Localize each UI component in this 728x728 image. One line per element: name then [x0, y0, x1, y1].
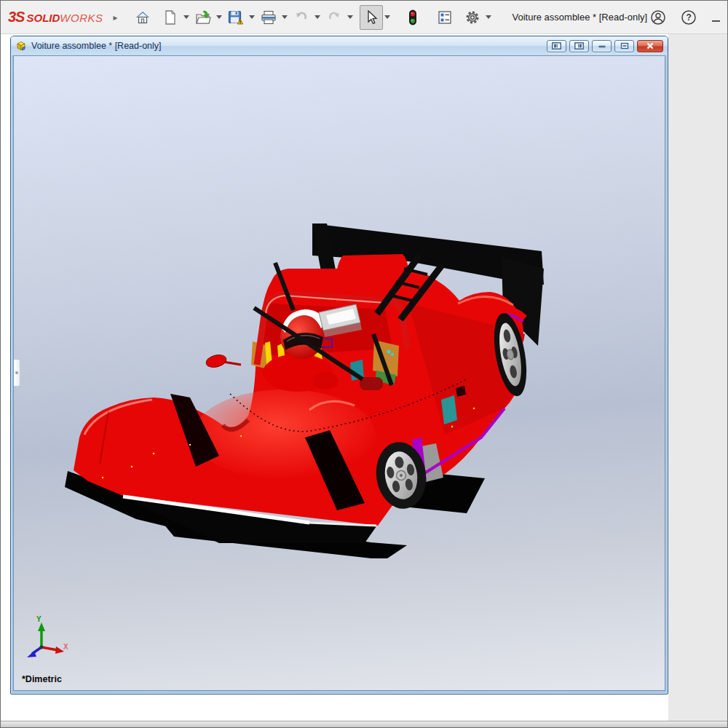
triad-x-label: X — [63, 643, 68, 651]
document-window: Voiture assomblee * [Read-only] — [10, 36, 668, 695]
settings-button[interactable] — [461, 5, 484, 30]
redo-icon — [327, 11, 341, 24]
app-minimize-button[interactable] — [704, 5, 728, 30]
print-dropdown[interactable] — [280, 5, 290, 30]
save-warning-icon — [228, 10, 243, 25]
settings-dropdown[interactable] — [484, 5, 494, 30]
triad-y-label: Y — [36, 615, 41, 623]
doc-split-left-button[interactable] — [547, 40, 566, 52]
account-icon — [650, 9, 666, 25]
redo-button[interactable] — [323, 5, 346, 30]
account-button[interactable] — [647, 7, 669, 28]
new-document-button[interactable] — [159, 5, 182, 30]
open-button[interactable] — [191, 5, 215, 30]
traffic-light-icon — [408, 9, 417, 25]
side-window-duct — [441, 395, 457, 424]
view-orientation-label: *Dimetric — [22, 674, 62, 684]
gear-icon — [464, 9, 480, 25]
undo-dropdown[interactable] — [313, 5, 323, 30]
home-icon — [135, 10, 150, 25]
featuremanager-splitter-tab[interactable] — [14, 359, 20, 387]
display-options-button[interactable] — [433, 5, 456, 30]
save-button[interactable] — [224, 5, 248, 30]
orientation-triad[interactable] — [23, 614, 81, 666]
doc-minimize-icon — [598, 43, 606, 50]
mdi-background — [668, 34, 727, 721]
save-dropdown[interactable] — [248, 5, 257, 30]
select-tool-button[interactable] — [360, 5, 383, 30]
split-right-icon — [574, 42, 584, 50]
document-title: Voiture assomblee * [Read-only] — [31, 41, 544, 51]
select-tool-dropdown[interactable] — [383, 5, 392, 30]
doc-minimize-button[interactable] — [592, 40, 612, 52]
open-dropdown[interactable] — [215, 5, 224, 30]
doc-close-button[interactable] — [637, 40, 663, 52]
graphics-viewport[interactable]: Y X *Dimetric — [13, 55, 665, 691]
print-button[interactable] — [257, 5, 280, 30]
list-options-icon — [438, 10, 452, 25]
redo-dropdown[interactable] — [346, 5, 355, 30]
select-cursor-icon — [365, 10, 378, 25]
print-icon — [261, 10, 277, 25]
doc-restore-button[interactable] — [614, 40, 634, 52]
new-document-dropdown[interactable] — [182, 5, 191, 30]
app-title: Voiture assomblee * [Read-only] — [513, 12, 648, 23]
app-bottom-border — [1, 721, 727, 727]
doc-close-icon — [646, 42, 654, 50]
help-button[interactable]: ? — [678, 7, 700, 28]
undo-button[interactable] — [290, 5, 313, 30]
minimize-icon — [711, 12, 721, 23]
solidworks-app-window: 3S SOLIDWORKS ▸ — [0, 0, 728, 728]
dassault-3ds-logo-icon: 3S — [8, 9, 24, 25]
split-left-icon — [552, 42, 561, 50]
new-document-icon — [164, 10, 177, 25]
open-folder-icon — [195, 10, 211, 25]
toolbar-flyout-arrow-icon[interactable]: ▸ — [113, 12, 117, 23]
doc-restore-icon — [620, 42, 629, 50]
document-titlebar[interactable]: Voiture assomblee * [Read-only] — [11, 36, 668, 55]
race-car-model[interactable] — [65, 216, 545, 558]
assembly-icon — [15, 40, 27, 52]
rebuild-indicator-button[interactable] — [401, 5, 424, 30]
home-button[interactable] — [131, 5, 154, 30]
undo-icon — [294, 11, 309, 24]
mdi-workspace: Voiture assomblee * [Read-only] — [1, 34, 727, 721]
doc-split-right-button[interactable] — [569, 40, 589, 52]
solidworks-logo: 3S SOLIDWORKS — [8, 9, 103, 25]
app-titlebar-toolbar: 3S SOLIDWORKS ▸ — [1, 1, 727, 34]
